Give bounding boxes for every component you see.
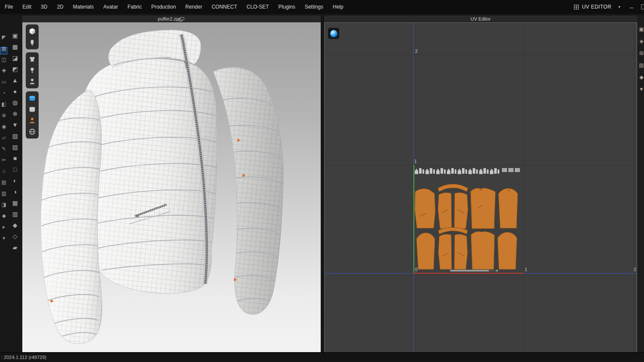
tool-icon[interactable]: ■ — [8, 153, 22, 164]
tool-icon[interactable]: ✂ — [0, 154, 8, 166]
tool-icon[interactable]: ▼ — [8, 119, 22, 130]
menu-item[interactable]: Production — [146, 0, 180, 14]
selected-tool-highlight[interactable] — [0, 47, 7, 54]
uv-piece-sleeve-lower-left[interactable] — [416, 233, 435, 269]
tool-icon[interactable]: ◤ — [0, 32, 8, 43]
menu-item[interactable]: CLO-SET — [242, 0, 273, 14]
minimize-button[interactable]: – — [627, 3, 636, 11]
menu-item[interactable]: File — [0, 0, 18, 14]
tool-icon[interactable]: ⊗ — [8, 108, 22, 119]
fabric-swatch-gray-icon[interactable] — [27, 105, 37, 114]
tool-icon[interactable]: ◈ — [637, 38, 644, 45]
dress-form-icon[interactable] — [27, 38, 37, 47]
tool-icon[interactable]: ▱ — [0, 132, 8, 143]
tool-icon[interactable]: ▸ — [0, 221, 8, 232]
avatar-orange-icon[interactable] — [27, 116, 37, 125]
tool-icon[interactable]: ▥ — [8, 208, 22, 220]
menu-item[interactable]: Settings — [300, 0, 328, 14]
uv-piece-collar-top[interactable] — [438, 184, 468, 192]
tool-icon[interactable]: ▨ — [8, 142, 22, 153]
cube-3d-view-icon[interactable] — [27, 27, 37, 36]
menu-item[interactable]: Render — [181, 0, 207, 14]
uv-piece-sleeve-bottom[interactable] — [498, 232, 517, 270]
tool-icon[interactable]: ◫ — [0, 54, 8, 65]
viewport-3d-canvas[interactable] — [22, 22, 321, 353]
panel-divider[interactable] — [321, 15, 324, 353]
tool-icon[interactable]: ⊕ — [0, 110, 8, 121]
uv-piece-back-bottom[interactable] — [471, 232, 495, 269]
menu-item[interactable]: 3D — [36, 0, 52, 14]
tool-icon[interactable]: ▥ — [0, 188, 8, 199]
tool-icon[interactable]: ◆ — [0, 210, 8, 221]
menu-item[interactable]: 2D — [52, 0, 68, 14]
tool-icon[interactable]: ◆ — [8, 220, 22, 231]
tool-icon[interactable]: ▰ — [8, 242, 22, 253]
pin-icon[interactable] — [27, 66, 37, 75]
pattern-thumbnails-row[interactable] — [415, 168, 520, 174]
tool-icon[interactable]: ◍ — [8, 97, 22, 108]
tool-icon[interactable]: ▦ — [8, 197, 22, 208]
uv-gridline-h — [325, 54, 637, 55]
window-corner-icon[interactable] — [641, 4, 644, 9]
tool-icon[interactable]: ◧ — [0, 99, 8, 110]
tool-icon[interactable]: ▣ — [8, 30, 22, 41]
tool-icon[interactable]: ✎ — [0, 143, 8, 154]
menu-item[interactable]: Fabric — [123, 0, 146, 14]
tool-icon[interactable]: ▾ — [0, 232, 8, 244]
tool-icon[interactable]: ◨ — [0, 199, 8, 210]
uv-piece-sleeve-top[interactable] — [498, 188, 518, 228]
fabric-swatch-blue-icon[interactable] — [27, 94, 37, 103]
tool-icon[interactable]: ◔ — [0, 87, 8, 99]
tool-icon[interactable]: ▼ — [637, 86, 644, 93]
tool-icon[interactable]: ◪ — [8, 52, 22, 63]
uv-piece-back-top[interactable] — [471, 188, 495, 229]
viewport-title-bar[interactable]: puffer2.zprj — [22, 15, 321, 22]
tool-icon[interactable]: ⊞ — [637, 50, 644, 57]
menu-item[interactable]: Avatar — [98, 0, 122, 14]
tool-icon[interactable]: ▤ — [637, 62, 644, 69]
jacket-left-sleeve[interactable] — [41, 90, 102, 344]
tool-icon[interactable]: ◆ — [637, 74, 644, 81]
jacket-body[interactable] — [81, 59, 218, 293]
uv-pattern-layout — [413, 165, 524, 273]
tool-icon[interactable]: ▤ — [0, 177, 8, 188]
pocket-zipper-pull[interactable] — [136, 215, 139, 217]
mode-dropdown-caret-icon[interactable]: ▾ — [617, 5, 622, 9]
uv-editor-mode-selector[interactable]: UV EDITOR — [574, 4, 611, 10]
tool-icon[interactable]: ▣ — [637, 26, 644, 33]
tool-icon[interactable]: ◑ — [8, 186, 22, 197]
uv-editor-title-bar[interactable]: UV Editor — [324, 15, 637, 22]
menu-item[interactable]: CONNECT — [207, 0, 242, 14]
uv-zoom-scrollbar[interactable] — [450, 270, 498, 272]
avatar-icon[interactable] — [27, 77, 37, 86]
uv-piece-front-lower-left[interactable] — [438, 234, 452, 269]
tool-icon[interactable]: ✚ — [0, 65, 8, 76]
tool-icon[interactable]: ▩ — [8, 41, 22, 52]
menu-item[interactable]: Edit — [18, 0, 36, 14]
tool-icon[interactable]: □ — [8, 164, 22, 175]
tool-icon[interactable]: ◐ — [8, 175, 22, 186]
tool-icon[interactable]: ⌂ — [0, 166, 8, 177]
tool-icon[interactable]: ◉ — [0, 121, 8, 132]
menu-item[interactable]: Materials — [68, 0, 99, 14]
tool-icon[interactable]: ◩ — [8, 63, 22, 75]
material-sphere-button[interactable] — [328, 28, 339, 39]
garment-shirt-icon[interactable] — [27, 54, 37, 64]
tool-icon[interactable]: ● — [8, 86, 22, 97]
tool-icon[interactable]: ▲ — [8, 75, 22, 86]
float-window-icon[interactable] — [179, 18, 182, 21]
globe-icon[interactable] — [27, 127, 37, 136]
menu-item[interactable]: Plugins — [273, 0, 300, 14]
uv-zoom-scrollbar-thumb[interactable] — [489, 270, 496, 272]
tool-icon[interactable]: ◇ — [8, 231, 22, 242]
uv-piece-front-lower-right[interactable] — [454, 234, 468, 269]
tool-icon[interactable]: ▭ — [0, 76, 8, 87]
uv-piece-front-right[interactable] — [454, 193, 468, 229]
jacket-right-sleeve[interactable] — [213, 67, 283, 314]
menu-item[interactable]: Help — [328, 0, 348, 14]
zipper-pull[interactable] — [184, 60, 187, 63]
uv-piece-front-side-left[interactable] — [415, 189, 435, 228]
tool-icon[interactable]: ▧ — [8, 130, 22, 142]
uv-piece-front-left[interactable] — [438, 193, 452, 229]
uv-editor-canvas[interactable]: 2 1 0 1 2 — [324, 22, 637, 353]
